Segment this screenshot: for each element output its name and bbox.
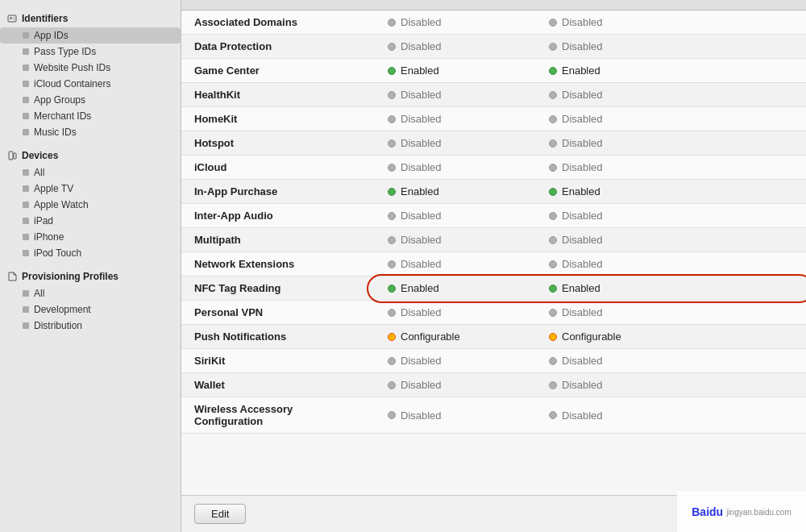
status-col1: Configurable bbox=[375, 325, 536, 349]
sidebar-item-app-ids[interactable]: App IDs bbox=[0, 27, 181, 44]
sidebar-item-label: Music IDs bbox=[34, 127, 77, 138]
status-dot bbox=[388, 260, 396, 268]
status-text: Disabled bbox=[401, 379, 442, 391]
sidebar-item-apple-watch[interactable]: Apple Watch bbox=[0, 197, 181, 213]
status-col2: Disabled bbox=[536, 10, 806, 35]
status-dot bbox=[549, 357, 557, 365]
capability-name: In-App Purchase bbox=[181, 180, 375, 204]
status-text: Configurable bbox=[401, 330, 460, 343]
sidebar-item-dot bbox=[23, 113, 29, 119]
sidebar-item-label: iPod Touch bbox=[34, 247, 81, 259]
status-dot bbox=[388, 411, 396, 419]
status-dot bbox=[388, 19, 396, 27]
status-dot bbox=[549, 115, 557, 123]
status-col2: Disabled bbox=[536, 373, 806, 397]
sidebar-item-label: All bbox=[34, 167, 44, 178]
status-dot bbox=[388, 164, 396, 172]
capability-name: NFC Tag Reading bbox=[181, 276, 375, 301]
table-row: WalletDisabledDisabled bbox=[181, 373, 806, 397]
sidebar-item-app-groups[interactable]: App Groups bbox=[0, 92, 181, 108]
status-text: Configurable bbox=[562, 330, 621, 343]
sidebar-item-dot bbox=[23, 250, 29, 256]
status-dot bbox=[549, 309, 557, 317]
status-col1: Enabled bbox=[375, 180, 536, 204]
sidebar-item-label: Website Push IDs bbox=[34, 62, 110, 73]
capability-name: Associated Domains bbox=[181, 10, 375, 35]
table-wrapper: Associated DomainsDisabledDisabledData P… bbox=[181, 0, 806, 434]
devices-label: Devices bbox=[22, 150, 58, 161]
status-text: Disabled bbox=[562, 379, 603, 391]
status-text: Disabled bbox=[562, 16, 603, 28]
status-text: Disabled bbox=[401, 258, 442, 270]
status-dot bbox=[549, 91, 557, 99]
capability-name: Push Notifications bbox=[181, 325, 375, 349]
status-text: Enabled bbox=[562, 185, 600, 197]
status-text: Disabled bbox=[562, 161, 603, 173]
sidebar-item-label: iCloud Containers bbox=[34, 78, 110, 89]
status-text: Disabled bbox=[401, 161, 442, 173]
sidebar-item-ipad[interactable]: iPad bbox=[0, 213, 181, 229]
sidebar-item-iphone[interactable]: iPhone bbox=[0, 229, 181, 245]
sidebar-item-label: App IDs bbox=[34, 30, 69, 41]
status-col1: Enabled bbox=[375, 59, 536, 83]
sidebar-item-merchant-ids[interactable]: Merchant IDs bbox=[0, 108, 181, 124]
status-dot bbox=[549, 260, 557, 268]
table-row: Push NotificationsConfigurableConfigurab… bbox=[181, 325, 806, 349]
sidebar-item-ipod-touch[interactable]: iPod Touch bbox=[0, 245, 181, 261]
edit-button[interactable]: Edit bbox=[194, 504, 246, 524]
sidebar-item-dot bbox=[23, 290, 29, 297]
sidebar-item-dot bbox=[23, 322, 29, 329]
status-text: Disabled bbox=[562, 355, 603, 367]
capability-name: Multipath bbox=[181, 228, 375, 252]
sidebar: Identifiers App IDs Pass Type IDs Websit… bbox=[0, 0, 181, 532]
status-dot bbox=[549, 381, 557, 389]
status-dot bbox=[549, 43, 557, 51]
status-dot bbox=[549, 333, 557, 341]
sidebar-item-icloud-containers[interactable]: iCloud Containers bbox=[0, 76, 181, 92]
col2-header bbox=[536, 0, 806, 10]
sidebar-item-dot bbox=[23, 129, 29, 135]
status-col2: Disabled bbox=[536, 301, 806, 325]
status-dot bbox=[388, 333, 396, 341]
status-text: Disabled bbox=[562, 113, 603, 125]
sidebar-item-label: Distribution bbox=[34, 320, 82, 331]
sidebar-item-development[interactable]: Development bbox=[0, 301, 181, 318]
status-text: Disabled bbox=[401, 234, 442, 246]
status-dot bbox=[549, 236, 557, 244]
status-col1: Disabled bbox=[375, 301, 536, 325]
table-row: Inter-App AudioDisabledDisabled bbox=[181, 204, 806, 228]
status-text: Disabled bbox=[562, 137, 603, 149]
status-col1: Disabled bbox=[375, 228, 536, 252]
table-row: NFC Tag ReadingEnabledEnabled bbox=[181, 276, 806, 301]
sidebar-item-website-push-ids[interactable]: Website Push IDs bbox=[0, 60, 181, 76]
table-row: In-App PurchaseEnabledEnabled bbox=[181, 180, 806, 204]
sidebar-item-dot bbox=[23, 32, 29, 39]
status-dot bbox=[388, 357, 396, 365]
sidebar-item-label: Apple TV bbox=[34, 183, 73, 194]
capability-name: Inter-App Audio bbox=[181, 204, 375, 228]
status-col2: Configurable bbox=[536, 325, 806, 349]
col-capability-header bbox=[181, 0, 375, 10]
sidebar-item-pass-type-ids[interactable]: Pass Type IDs bbox=[0, 44, 181, 60]
sidebar-item-dot bbox=[23, 202, 29, 208]
status-col1: Disabled bbox=[375, 83, 536, 107]
sidebar-item-label: iPhone bbox=[34, 231, 64, 243]
sidebar-item-dot bbox=[23, 185, 29, 192]
sidebar-item-all-profiles[interactable]: All bbox=[0, 285, 181, 301]
sidebar-item-dot bbox=[23, 48, 29, 55]
status-text: Disabled bbox=[562, 89, 603, 101]
sidebar-item-dot bbox=[23, 218, 29, 224]
table-row: HotspotDisabledDisabled bbox=[181, 131, 806, 156]
table-row: Wireless Accessory ConfigurationDisabled… bbox=[181, 397, 806, 434]
sidebar-item-dot bbox=[23, 64, 29, 71]
table-row: Network ExtensionsDisabledDisabled bbox=[181, 252, 806, 276]
sidebar-item-music-ids[interactable]: Music IDs bbox=[0, 124, 181, 140]
sidebar-item-distribution[interactable]: Distribution bbox=[0, 318, 181, 334]
capability-name: Wireless Accessory Configuration bbox=[181, 397, 375, 434]
content-area[interactable]: Associated DomainsDisabledDisabledData P… bbox=[181, 0, 806, 495]
id-card-icon bbox=[6, 13, 18, 24]
status-col1: Disabled bbox=[375, 204, 536, 228]
sidebar-item-all-devices[interactable]: All bbox=[0, 164, 181, 181]
status-text: Enabled bbox=[562, 64, 600, 77]
sidebar-item-apple-tv[interactable]: Apple TV bbox=[0, 181, 181, 197]
